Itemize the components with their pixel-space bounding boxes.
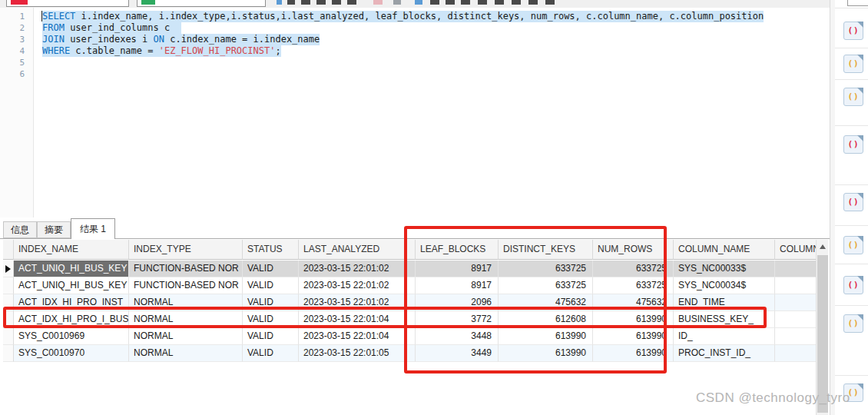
grid-cell[interactable] (775, 328, 819, 345)
grid-cell[interactable] (775, 261, 819, 277)
clipped-toolbar-button[interactable] (478, 0, 487, 5)
grid-cell[interactable]: BUSINESS_KEY_ (674, 311, 775, 328)
result-tab[interactable]: 摘要 (37, 221, 71, 238)
grid-cell[interactable]: 613990 (593, 328, 674, 345)
row-gutter-cell[interactable] (3, 345, 14, 362)
grid-cell[interactable] (775, 345, 819, 362)
clipped-toolbar-button[interactable] (332, 0, 341, 5)
grid-cell[interactable]: ACT_IDX_HI_PRO_INST_E (14, 294, 129, 311)
sql-file-icon[interactable]: () (843, 276, 863, 294)
grid-cell[interactable]: NORMAL (129, 328, 243, 345)
grid-vertical-scrollbar[interactable] (816, 240, 828, 415)
row-gutter-cell[interactable] (3, 294, 14, 311)
column-header[interactable]: COLUMN_NAME (674, 240, 775, 260)
column-header[interactable]: LEAF_BLOCKS (416, 240, 499, 260)
grid-cell[interactable]: 613990 (593, 311, 674, 328)
column-header[interactable]: DISTINCT_KEYS (499, 240, 593, 260)
grid-cell[interactable] (775, 294, 819, 311)
grid-cell[interactable]: 3772 (416, 311, 499, 328)
clipped-toolbar-button[interactable] (393, 0, 401, 5)
grid-cell[interactable]: 2023-03-15 22:01:02 (299, 261, 416, 277)
result-tab[interactable]: 信息 (3, 221, 37, 238)
grid-cell[interactable]: VALID (243, 345, 299, 362)
clipped-toolbar-button[interactable] (495, 0, 504, 5)
top-toolbar[interactable] (0, 0, 830, 8)
grid-cell[interactable]: 613990 (499, 328, 593, 345)
grid-cell[interactable]: NORMAL (129, 345, 243, 362)
results-grid[interactable]: INDEX_NAMEINDEX_TYPESTATUSLAST_ANALYZEDL… (0, 239, 830, 415)
grid-cell[interactable]: SYS_C0010970 (14, 345, 129, 362)
column-header[interactable]: COLUMN (775, 240, 819, 260)
toolbar-combobox[interactable] (137, 0, 266, 7)
column-header[interactable]: LAST_ANALYZED (299, 240, 416, 260)
grid-cell[interactable]: SYS_C0010969 (14, 328, 129, 345)
sql-file-icon[interactable]: () (843, 55, 863, 73)
code-line[interactable]: SELECT i.index_name, i.index_type,i.stat… (42, 11, 764, 22)
clipped-toolbar-button[interactable] (461, 0, 470, 5)
grid-cell[interactable]: 633725 (593, 261, 674, 277)
sql-file-icon[interactable]: () (843, 314, 863, 333)
grid-cell[interactable]: VALID (243, 294, 299, 311)
grid-cell[interactable]: NORMAL (129, 294, 243, 311)
clipped-toolbar-button[interactable] (316, 0, 326, 5)
scroll-up-icon[interactable] (820, 244, 826, 249)
grid-cell[interactable]: 3448 (416, 328, 499, 345)
grid-cell[interactable]: FUNCTION-BASED NOR (129, 261, 243, 277)
grid-cell[interactable]: 633725 (499, 277, 593, 294)
clipped-toolbar-button[interactable] (287, 0, 295, 5)
toolbar-combobox[interactable] (6, 0, 129, 7)
clipped-toolbar-button[interactable] (347, 0, 356, 5)
row-gutter-cell[interactable] (3, 277, 14, 294)
grid-cell[interactable]: SYS_NC00034$ (674, 277, 775, 294)
scrollbar-thumb[interactable] (817, 255, 828, 413)
clipped-toolbar-button[interactable] (545, 0, 555, 5)
clipped-toolbar-button[interactable] (415, 0, 422, 5)
grid-cell[interactable]: 612608 (499, 311, 593, 328)
grid-cell[interactable]: ID_ (674, 328, 775, 345)
grid-cell[interactable]: SYS_NC00033$ (674, 261, 775, 277)
grid-cell[interactable]: ACT_UNIQ_HI_BUS_KEY (14, 277, 129, 294)
sql-file-icon[interactable]: () (843, 135, 863, 154)
grid-cell[interactable]: 8917 (416, 261, 499, 277)
clipped-toolbar-button[interactable] (277, 0, 282, 5)
clipped-toolbar-button[interactable] (528, 0, 538, 5)
row-gutter-cell[interactable] (3, 261, 14, 277)
grid-cell[interactable]: ACT_UNIQ_HI_BUS_KEY (14, 261, 129, 277)
column-header[interactable]: NUM_ROWS (593, 240, 674, 260)
grid-cell[interactable]: 613990 (499, 345, 593, 362)
code-line[interactable]: WHERE c.table_name = 'EZ_FLOW_HI_PROCINS… (42, 45, 281, 57)
result-tab[interactable]: 结果 1 (71, 218, 115, 239)
grid-cell[interactable]: 2023-03-15 22:01:04 (299, 328, 416, 345)
clipped-toolbar-button[interactable] (446, 0, 455, 5)
grid-cell[interactable]: VALID (243, 328, 299, 345)
grid-cell[interactable]: 613990 (593, 345, 674, 362)
sql-file-icon[interactable]: () (843, 236, 863, 254)
code-line[interactable]: JOIN user_indexes i ON c.index_name = i.… (42, 34, 320, 45)
grid-cell[interactable]: 475632 (499, 294, 593, 311)
grid-cell[interactable]: 2096 (416, 294, 499, 311)
grid-cell[interactable]: NORMAL (129, 311, 243, 328)
row-gutter-cell[interactable] (3, 311, 14, 328)
sql-file-icon[interactable]: () (843, 193, 863, 211)
grid-cell[interactable]: FUNCTION-BASED NOR (129, 277, 243, 294)
grid-cell[interactable]: 3449 (416, 345, 499, 362)
code-line[interactable]: FROM user_ind_columns c (42, 22, 181, 34)
grid-cell[interactable]: 2023-03-15 22:01:04 (299, 311, 416, 328)
grid-cell[interactable] (775, 277, 819, 294)
grid-cell[interactable]: END_TIME (674, 294, 775, 311)
grid-cell[interactable]: VALID (243, 277, 299, 294)
grid-cell[interactable]: 2023-03-15 22:01:02 (299, 277, 416, 294)
grid-cell[interactable]: 2023-03-15 22:01:05 (299, 345, 416, 362)
grid-cell[interactable]: VALID (243, 261, 299, 277)
column-header[interactable]: INDEX_NAME (14, 240, 129, 260)
grid-cell[interactable]: VALID (243, 311, 299, 328)
row-gutter-cell[interactable] (3, 328, 14, 345)
grid-cell[interactable]: 633725 (593, 277, 674, 294)
sql-editor[interactable]: 123456 SELECT i.index_name, i.index_type… (0, 8, 830, 217)
sql-file-icon[interactable]: () (843, 22, 863, 40)
grid-cell[interactable]: 2023-03-15 22:01:02 (299, 294, 416, 311)
grid-cell[interactable]: ACT_IDX_HI_PRO_I_BUSK (14, 311, 129, 328)
sql-file-icon[interactable]: () (843, 88, 863, 106)
clipped-toolbar-button[interactable] (430, 0, 439, 5)
grid-cell[interactable]: 475632 (593, 294, 674, 311)
